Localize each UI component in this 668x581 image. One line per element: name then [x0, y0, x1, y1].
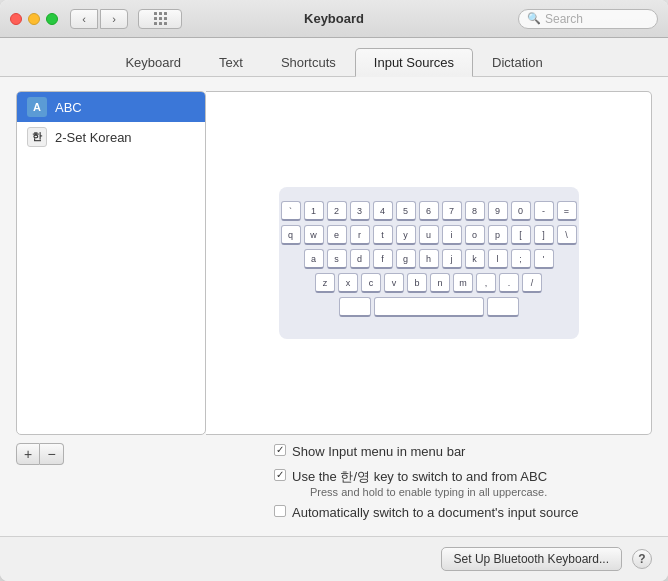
kb-key[interactable]: b [407, 273, 427, 293]
tab-text[interactable]: Text [200, 48, 262, 77]
kb-key[interactable]: \ [557, 225, 577, 245]
sidebar-item-korean[interactable]: 한 2-Set Korean [17, 122, 205, 152]
remove-input-source-button[interactable]: − [40, 443, 64, 465]
kb-key[interactable]: v [384, 273, 404, 293]
kb-key[interactable]: h [419, 249, 439, 269]
kb-key[interactable]: 9 [488, 201, 508, 221]
kb-key[interactable]: k [465, 249, 485, 269]
sidebar-item-abc[interactable]: A ABC [17, 92, 205, 122]
kb-key-left-mod[interactable] [339, 297, 371, 317]
use-han-key-label-group: Use the 한/영 key to switch to and from AB… [292, 468, 547, 498]
kb-key[interactable]: 7 [442, 201, 462, 221]
kb-key[interactable]: - [534, 201, 554, 221]
kb-key[interactable]: w [304, 225, 324, 245]
kb-row-3: a s d f g h j k l ; ' [295, 249, 563, 269]
grid-view-button[interactable] [138, 9, 182, 29]
use-han-key-row: Use the 한/영 key to switch to and from AB… [274, 468, 578, 498]
kb-row-space [295, 297, 563, 317]
content-area: A ABC 한 2-Set Korean ` 1 2 3 4 [0, 77, 668, 536]
kb-key[interactable]: 1 [304, 201, 324, 221]
kb-key[interactable]: x [338, 273, 358, 293]
footer: Set Up Bluetooth Keyboard... ? [0, 536, 668, 581]
korean-icon: 한 [27, 127, 47, 147]
kb-key[interactable]: s [327, 249, 347, 269]
kb-row-4: z x c v b n m , . / [295, 273, 563, 293]
kb-key[interactable]: t [373, 225, 393, 245]
help-button[interactable]: ? [632, 549, 652, 569]
sidebar: A ABC 한 2-Set Korean [16, 91, 206, 435]
kb-key[interactable]: n [430, 273, 450, 293]
traffic-lights [10, 13, 58, 25]
kb-key[interactable]: f [373, 249, 393, 269]
kb-key[interactable]: ` [281, 201, 301, 221]
kb-key[interactable]: j [442, 249, 462, 269]
keyboard-preferences-window: ‹ › Keyboard 🔍 Keyboard Text Shortcuts I… [0, 0, 668, 581]
bottom-row-layout: + − Show Input menu in menu bar Use the … [16, 443, 652, 522]
sidebar-item-abc-label: ABC [55, 100, 82, 115]
kb-key[interactable]: o [465, 225, 485, 245]
kb-key[interactable]: g [396, 249, 416, 269]
bottom-section: + − Show Input menu in menu bar Use the … [16, 443, 652, 522]
kb-key[interactable]: m [453, 273, 473, 293]
keyboard-preview-area: ` 1 2 3 4 5 6 7 8 9 0 - = [206, 91, 652, 435]
kb-key[interactable]: . [499, 273, 519, 293]
kb-key[interactable]: 6 [419, 201, 439, 221]
use-han-key-checkbox[interactable] [274, 469, 286, 481]
minimize-button[interactable] [28, 13, 40, 25]
kb-key[interactable]: = [557, 201, 577, 221]
kb-key[interactable]: , [476, 273, 496, 293]
use-han-key-label: Use the 한/영 key to switch to and from AB… [292, 469, 547, 484]
back-button[interactable]: ‹ [70, 9, 98, 29]
kb-key[interactable]: / [522, 273, 542, 293]
keyboard-visual: ` 1 2 3 4 5 6 7 8 9 0 - = [279, 187, 579, 339]
show-input-menu-row: Show Input menu in menu bar [274, 443, 578, 461]
kb-key[interactable]: ] [534, 225, 554, 245]
kb-key[interactable]: 3 [350, 201, 370, 221]
add-remove-buttons: + − [16, 443, 64, 465]
tab-input-sources[interactable]: Input Sources [355, 48, 473, 77]
kb-key[interactable]: ' [534, 249, 554, 269]
setup-bluetooth-button[interactable]: Set Up Bluetooth Keyboard... [441, 547, 622, 571]
kb-key[interactable]: d [350, 249, 370, 269]
search-input[interactable] [545, 12, 649, 26]
kb-key-space[interactable] [374, 297, 484, 317]
kb-key[interactable]: 4 [373, 201, 393, 221]
kb-key[interactable]: 0 [511, 201, 531, 221]
main-area: A ABC 한 2-Set Korean ` 1 2 3 4 [16, 91, 652, 435]
kb-key[interactable]: 8 [465, 201, 485, 221]
kb-key[interactable]: y [396, 225, 416, 245]
maximize-button[interactable] [46, 13, 58, 25]
kb-key[interactable]: z [315, 273, 335, 293]
kb-key[interactable]: ; [511, 249, 531, 269]
search-box[interactable]: 🔍 [518, 9, 658, 29]
kb-key[interactable]: [ [511, 225, 531, 245]
kb-key[interactable]: l [488, 249, 508, 269]
tab-dictation[interactable]: Dictation [473, 48, 562, 77]
auto-switch-label: Automatically switch to a document's inp… [292, 504, 578, 522]
kb-key[interactable]: 2 [327, 201, 347, 221]
nav-buttons: ‹ › [70, 9, 128, 29]
use-han-key-subtext: Press and hold to enable typing in all u… [310, 486, 547, 498]
tab-keyboard[interactable]: Keyboard [106, 48, 200, 77]
forward-button[interactable]: › [100, 9, 128, 29]
add-input-source-button[interactable]: + [16, 443, 40, 465]
abc-icon: A [27, 97, 47, 117]
auto-switch-row: Automatically switch to a document's inp… [274, 504, 578, 522]
kb-key[interactable]: e [327, 225, 347, 245]
kb-key[interactable]: 5 [396, 201, 416, 221]
kb-key[interactable]: i [442, 225, 462, 245]
kb-key[interactable]: a [304, 249, 324, 269]
kb-row-1: ` 1 2 3 4 5 6 7 8 9 0 - = [295, 201, 563, 221]
auto-switch-checkbox[interactable] [274, 505, 286, 517]
kb-key[interactable]: q [281, 225, 301, 245]
close-button[interactable] [10, 13, 22, 25]
kb-row-2: q w e r t y u i o p [ ] \ [295, 225, 563, 245]
tab-shortcuts[interactable]: Shortcuts [262, 48, 355, 77]
kb-key[interactable]: r [350, 225, 370, 245]
show-input-menu-checkbox[interactable] [274, 444, 286, 456]
kb-key[interactable]: p [488, 225, 508, 245]
checkboxes-area: Show Input menu in menu bar Use the 한/영 … [254, 443, 578, 522]
kb-key-right-mod[interactable] [487, 297, 519, 317]
kb-key[interactable]: c [361, 273, 381, 293]
kb-key[interactable]: u [419, 225, 439, 245]
